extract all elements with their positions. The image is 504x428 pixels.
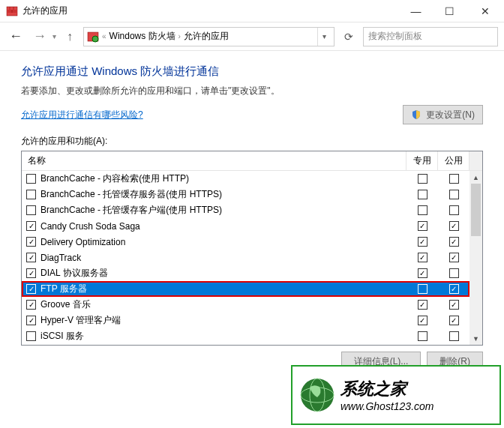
app-checkbox[interactable]: ✓ <box>26 316 36 325</box>
public-checkbox[interactable] <box>449 331 459 341</box>
app-checkbox[interactable]: ✓ <box>26 221 36 231</box>
breadcrumb-dropdown[interactable]: ▾ <box>317 28 331 46</box>
refresh-button[interactable]: ⟳ <box>339 27 358 46</box>
close-button[interactable]: ✕ <box>466 0 504 22</box>
change-settings-label: 更改设置(N) <box>426 109 475 121</box>
app-name: DiagTrack <box>40 253 81 263</box>
control-panel-icon <box>87 31 99 43</box>
private-checkbox[interactable]: ✓ <box>418 253 428 262</box>
history-dropdown[interactable]: ▾ <box>52 32 56 40</box>
private-checkbox[interactable] <box>418 284 428 294</box>
list-item[interactable]: iSCSI 服务 <box>22 328 470 344</box>
public-checkbox[interactable]: ✓ <box>449 300 459 310</box>
list-item[interactable]: ✓Candy Crush Soda Saga✓✓ <box>22 218 470 234</box>
app-name: FTP 服务器 <box>40 283 87 295</box>
app-checkbox[interactable]: ✓ <box>26 237 36 247</box>
app-name: Hyper-V 管理客户端 <box>40 314 121 327</box>
watermark-name: 系统之家 <box>340 378 434 400</box>
public-checkbox[interactable]: ✓ <box>449 237 459 247</box>
watermark-url: www.Ghost123.com <box>340 400 434 412</box>
back-button[interactable]: ← <box>6 27 26 46</box>
scroll-down-button[interactable]: ▼ <box>470 332 482 345</box>
app-checkbox[interactable] <box>26 331 36 341</box>
window-title: 允许的应用 <box>22 4 399 17</box>
private-checkbox[interactable] <box>418 331 428 341</box>
list-item[interactable]: BranchCache - 内容检索(使用 HTTP) <box>22 171 470 187</box>
breadcrumb[interactable]: « Windows 防火墙 › 允许的应用 ▾ <box>83 27 334 46</box>
change-settings-button[interactable]: 更改设置(N) <box>403 105 483 124</box>
app-checkbox[interactable] <box>26 174 36 184</box>
app-name: Groove 音乐 <box>40 298 91 311</box>
public-checkbox[interactable]: ✓ <box>449 316 459 325</box>
app-name: BranchCache - 托管缓存客户端(使用 HTTPS) <box>40 204 222 217</box>
list-item[interactable]: ✓Delivery Optimization✓✓ <box>22 234 470 250</box>
private-checkbox[interactable]: ✓ <box>418 221 428 231</box>
app-name: BranchCache - 内容检索(使用 HTTP) <box>40 172 189 185</box>
nav-row: ← → ▾ ↑ « Windows 防火墙 › 允许的应用 ▾ ⟳ 搜索控制面板 <box>0 22 504 51</box>
maximize-button[interactable]: ☐ <box>433 0 466 22</box>
titlebar: 允许的应用 — ☐ ✕ <box>0 0 504 22</box>
app-checkbox[interactable]: ✓ <box>26 300 36 310</box>
app-name: DIAL 协议服务器 <box>40 267 108 280</box>
column-private[interactable]: 专用 <box>406 151 438 170</box>
list-item[interactable]: ✓Groove 音乐✓✓ <box>22 297 470 313</box>
list-item[interactable]: BranchCache - 托管缓存客户端(使用 HTTPS) <box>22 202 470 218</box>
app-name: BranchCache - 托管缓存服务器(使用 HTTPS) <box>40 188 222 201</box>
app-checkbox[interactable] <box>26 205 36 215</box>
watermark: 系统之家 www.Ghost123.com <box>291 365 501 425</box>
svg-point-6 <box>92 36 98 42</box>
scroll-up-button[interactable]: ▲ <box>470 171 482 184</box>
private-checkbox[interactable]: ✓ <box>418 316 428 325</box>
scrollbar-header <box>470 151 482 170</box>
scrollbar[interactable]: ▲ ▼ <box>470 171 482 345</box>
list-body: BranchCache - 内容检索(使用 HTTP)BranchCache -… <box>22 171 482 345</box>
list-item[interactable]: ✓FTP 服务器✓ <box>22 281 470 297</box>
scroll-thumb[interactable] <box>471 184 481 236</box>
column-public[interactable]: 公用 <box>438 151 470 170</box>
public-checkbox[interactable]: ✓ <box>449 284 459 294</box>
page-subheading: 若要添加、更改或删除所允许的应用和端口，请单击"更改设置"。 <box>21 85 483 97</box>
page-heading: 允许应用通过 Windows 防火墙进行通信 <box>21 64 483 79</box>
forward-button[interactable]: → <box>30 27 50 46</box>
list-item[interactable]: ✓Hyper-V 管理客户端✓✓ <box>22 313 470 328</box>
public-checkbox[interactable]: ✓ <box>449 221 459 231</box>
public-checkbox[interactable] <box>449 268 459 278</box>
column-name[interactable]: 名称 <box>22 151 406 170</box>
public-checkbox[interactable]: ✓ <box>449 253 459 262</box>
app-checkbox[interactable]: ✓ <box>26 268 36 278</box>
app-checkbox[interactable] <box>26 190 36 199</box>
public-checkbox[interactable] <box>449 174 459 184</box>
private-checkbox[interactable] <box>418 174 428 184</box>
allowed-apps-list: 名称 专用 公用 BranchCache - 内容检索(使用 HTTP)Bran… <box>21 151 483 346</box>
up-button[interactable]: ↑ <box>61 28 79 46</box>
chevron-right-icon: › <box>178 32 181 40</box>
app-checkbox[interactable]: ✓ <box>26 253 36 262</box>
public-checkbox[interactable] <box>449 205 459 215</box>
globe-icon <box>298 376 336 414</box>
minimize-button[interactable]: — <box>399 0 433 22</box>
breadcrumb-item[interactable]: 允许的应用 <box>184 30 229 43</box>
private-checkbox[interactable]: ✓ <box>418 268 428 278</box>
app-name: Candy Crush Soda Saga <box>40 221 140 232</box>
app-checkbox[interactable]: ✓ <box>26 284 36 294</box>
scroll-track[interactable] <box>470 184 482 332</box>
list-item[interactable]: ✓DiagTrack✓✓ <box>22 250 470 265</box>
list-label: 允许的应用和功能(A): <box>21 135 483 148</box>
separator-icon: « <box>102 32 106 40</box>
list-item[interactable]: BranchCache - 托管缓存服务器(使用 HTTPS) <box>22 187 470 202</box>
private-checkbox[interactable] <box>418 190 428 199</box>
search-input[interactable]: 搜索控制面板 <box>363 27 498 46</box>
shield-icon <box>411 109 422 120</box>
list-header: 名称 专用 公用 <box>22 151 482 171</box>
private-checkbox[interactable] <box>418 205 428 215</box>
firewall-icon <box>6 5 18 17</box>
risk-link[interactable]: 允许应用进行通信有哪些风险? <box>21 109 143 121</box>
public-checkbox[interactable] <box>449 190 459 199</box>
private-checkbox[interactable]: ✓ <box>418 237 428 247</box>
app-name: Delivery Optimization <box>40 237 125 247</box>
breadcrumb-item[interactable]: Windows 防火墙 <box>110 30 176 43</box>
private-checkbox[interactable]: ✓ <box>418 300 428 310</box>
list-item[interactable]: ✓DIAL 协议服务器✓ <box>22 265 470 281</box>
content-area: 允许应用通过 Windows 防火墙进行通信 若要添加、更改或删除所允许的应用和… <box>0 51 504 371</box>
app-name: iSCSI 服务 <box>40 330 84 343</box>
